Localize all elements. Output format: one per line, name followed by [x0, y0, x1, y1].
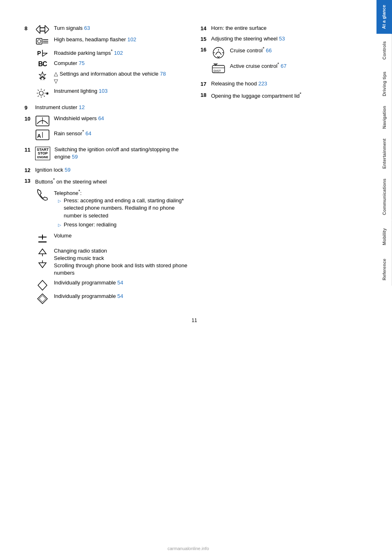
volume-row: Volume	[35, 232, 188, 245]
sidebar-tab-reference[interactable]: Reference	[376, 253, 392, 286]
section-13-numrow: 13 Buttons* on the steering wheel	[24, 177, 188, 306]
section-8: 8 Turn	[24, 25, 188, 101]
active-cruise-link[interactable]: 67	[281, 63, 286, 69]
section-13: 13 Buttons* on the steering wheel	[24, 177, 188, 306]
ignition-lock-text: Ignition lock 59	[35, 166, 188, 174]
hood-text: Releasing the hood 223	[211, 80, 364, 87]
scroll-phone-text: Scrolling through phone book and lists w…	[54, 262, 188, 277]
rain-sensor-row: A Rain sensor* 64	[35, 129, 188, 140]
parking-lamps-link[interactable]: 102	[114, 50, 123, 56]
parking-lamps-row: P Roadside parking lamps* 102	[35, 48, 188, 57]
page-number: 11	[24, 318, 364, 323]
sidebar-tab-communications[interactable]: Communications	[376, 174, 392, 220]
select-music-text: Selecting music track	[54, 255, 188, 262]
radio-row: Changing radio station Selecting music t…	[35, 247, 188, 277]
rain-sensor-text: Rain sensor* 64	[54, 129, 188, 138]
hood-link[interactable]: 223	[258, 81, 267, 87]
lighting-text: Instrument lighting 103	[54, 87, 188, 95]
cruise-icon	[211, 47, 226, 59]
section-14: 14 Horn: the entire surface	[200, 25, 364, 32]
section-10-numrow: 10	[24, 115, 188, 143]
prog1-link[interactable]: 54	[117, 280, 123, 286]
sidebar-tab-at-a-glance[interactable]: At a glance	[376, 0, 392, 34]
col-left: 8 Turn	[24, 25, 188, 309]
prog2-text: Individually programmable 54	[54, 293, 188, 300]
sidebar-tab-driving-tips[interactable]: Driving tips	[376, 67, 392, 101]
watermark: carmanualonline.info	[167, 546, 209, 551]
section-10-num: 10	[24, 116, 33, 122]
rain-sensor-link[interactable]: 64	[85, 130, 91, 137]
section-11-numrow: 11 START STOP ENGINE Switching the ign	[24, 146, 188, 163]
two-col-layout: 8 Turn	[24, 25, 364, 309]
sidebar-tab-mobility[interactable]: Mobility	[376, 220, 392, 253]
high-beams-row: High beams, headlamp flasher 102	[35, 36, 188, 46]
steering-text: Adjusting the steering wheel 53	[211, 35, 364, 43]
bullet-press: ▷ Press: accepting and ending a call, st…	[58, 197, 188, 219]
windshield-wipers-text: Windshield wipers 64	[54, 115, 188, 122]
ignition-text: Switching the ignition on/off and starti…	[54, 146, 188, 161]
section-11-row: START STOP ENGINE Switching the ignition…	[35, 146, 188, 161]
settings-link[interactable]: 78	[160, 71, 166, 77]
star-diamond-icon	[35, 293, 50, 304]
svg-text:A: A	[37, 133, 41, 139]
section-11-num: 11	[24, 147, 33, 153]
sidebar-tab-navigation[interactable]: Navigation	[376, 101, 392, 134]
svg-text:✱: ✱	[46, 92, 49, 96]
section-9-text: Instrument cluster 12	[35, 104, 188, 111]
computer-link[interactable]: 75	[79, 60, 85, 66]
svg-marker-31	[39, 249, 46, 254]
prog2-row: Individually programmable 54	[35, 293, 188, 304]
svg-line-21	[38, 96, 39, 97]
rain-sensor-icon: A	[35, 130, 50, 140]
svg-marker-35	[38, 280, 47, 290]
svg-marker-11	[39, 72, 46, 78]
up-down-arrows-icon	[35, 248, 50, 269]
parking-lamps-text: Roadside parking lamps* 102	[54, 48, 188, 57]
volume-text: Volume	[54, 232, 188, 239]
high-beams-link[interactable]: 102	[127, 36, 136, 43]
computer-row: BC Computer 75	[35, 60, 188, 68]
section-16: 16	[200, 46, 364, 77]
section-15-num: 15	[200, 36, 209, 42]
section-17-numrow: 17 Releasing the hood 223	[200, 80, 364, 87]
section-8-num: 8	[24, 25, 33, 31]
settings-text: △ ▽ Settings and information about the v…	[54, 70, 188, 85]
section-10: 10	[24, 115, 188, 143]
section-9-num: 9	[24, 105, 33, 111]
section-18-num: 18	[200, 92, 209, 98]
svg-line-18	[38, 90, 39, 91]
cruise-control-row: Cruise control* 66	[211, 46, 364, 59]
section-16-content: Cruise control* 66	[211, 46, 364, 77]
svg-line-20	[44, 90, 45, 91]
bullet-press-longer-text: Press longer: redialing	[64, 221, 116, 228]
right-sidebar: At a glance Controls Driving tips Naviga…	[376, 0, 392, 555]
settings-row: △ ▽ Settings and information about the v…	[35, 70, 188, 85]
svg-marker-12	[40, 76, 45, 80]
main-content: 8 Turn	[0, 0, 376, 555]
ignition-lock-link[interactable]: 59	[65, 167, 70, 173]
ignition-link[interactable]: 59	[72, 154, 78, 160]
windshield-wipers-link[interactable]: 64	[98, 115, 104, 121]
turn-signals-text: Turn signals 63	[54, 25, 188, 32]
wiper-icon	[35, 116, 50, 126]
lighting-link[interactable]: 103	[99, 88, 108, 94]
instrument-cluster-link[interactable]: 12	[79, 104, 85, 110]
cruise-link[interactable]: 66	[266, 48, 272, 54]
turn-signals-link[interactable]: 63	[84, 25, 90, 31]
section-18: 18 Opening the luggage compartment lid*	[200, 91, 364, 100]
turn-signal-icon	[35, 25, 50, 34]
section-11: 11 START STOP ENGINE Switching the ign	[24, 146, 188, 163]
sidebar-tab-entertainment[interactable]: Entertainment	[376, 134, 392, 174]
computer-icon: BC	[35, 60, 50, 68]
section-15: 15 Adjusting the steering wheel 53	[200, 35, 364, 43]
headlamp-icon	[35, 37, 50, 46]
sidebar-tab-controls[interactable]: Controls	[376, 34, 392, 67]
prog2-link[interactable]: 54	[117, 293, 123, 299]
section-12-numrow: 12 Ignition lock 59	[24, 166, 188, 174]
phone-icon	[35, 189, 50, 201]
instrument-lighting-row: ✱ Instrument lighting 103	[35, 87, 188, 98]
section-18-numrow: 18 Opening the luggage compartment lid*	[200, 91, 364, 100]
start-stop-icon: START STOP ENGINE	[35, 147, 50, 160]
svg-point-13	[39, 91, 43, 95]
steering-link[interactable]: 53	[279, 36, 285, 42]
